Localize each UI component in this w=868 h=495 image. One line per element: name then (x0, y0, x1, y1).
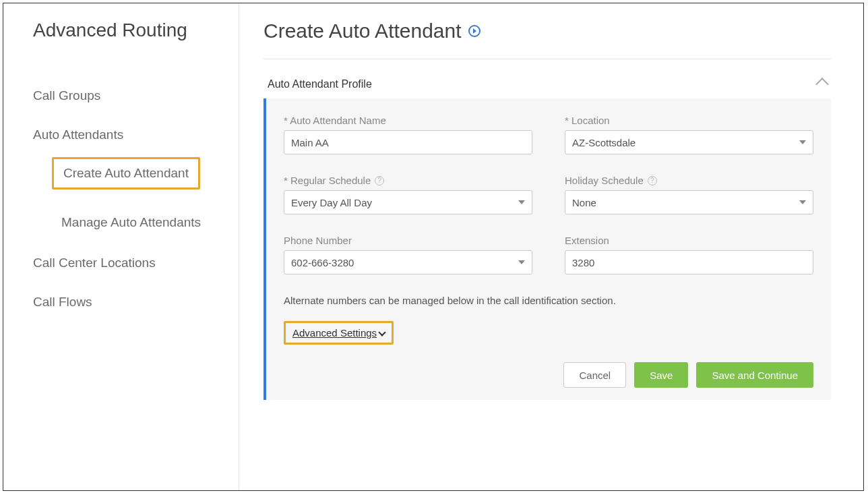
location-select[interactable]: AZ-Scottsdale (565, 130, 813, 154)
sidebar-item-call-flows[interactable]: Call Flows (33, 295, 239, 310)
regular-schedule-label-text: * Regular Schedule (284, 175, 371, 186)
sidebar-subitem-create-auto-attendant[interactable]: Create Auto Attendant (52, 157, 200, 190)
caret-down-icon (518, 200, 525, 204)
name-value: Main AA (291, 137, 329, 148)
phone-select[interactable]: 602-666-3280 (284, 250, 532, 274)
divider (264, 59, 831, 59)
advanced-settings-highlight: Advanced Settings (284, 321, 394, 345)
holiday-schedule-select[interactable]: None (565, 190, 813, 214)
name-label: * Auto Attendant Name (284, 115, 532, 126)
holiday-schedule-label-text: Holiday Schedule (565, 175, 644, 186)
save-and-continue-button[interactable]: Save and Continue (696, 362, 813, 388)
page-title-row: Create Auto Attendant (264, 20, 831, 42)
phone-label: Phone Number (284, 235, 532, 246)
location-value: AZ-Scottsdale (572, 137, 636, 148)
help-icon[interactable]: ? (375, 176, 384, 185)
advanced-settings-text: Advanced Settings (292, 327, 377, 339)
extension-input[interactable]: 3280 (565, 250, 813, 274)
regular-schedule-label: * Regular Schedule ? (284, 175, 532, 186)
play-video-icon[interactable] (468, 25, 480, 37)
advanced-settings-link[interactable]: Advanced Settings (286, 323, 392, 343)
location-label: * Location (565, 115, 813, 126)
save-button[interactable]: Save (634, 362, 688, 388)
chevron-down-icon (378, 328, 385, 336)
phone-value: 602-666-3280 (291, 257, 354, 268)
section-title: Auto Attendant Profile (268, 78, 372, 90)
sidebar-subitem-manage-auto-attendants[interactable]: Manage Auto Attendants (52, 208, 210, 237)
holiday-schedule-label: Holiday Schedule ? (565, 175, 813, 186)
extension-value: 3280 (572, 257, 594, 268)
button-row: Cancel Save Save and Continue (284, 362, 813, 388)
sidebar-item-call-groups[interactable]: Call Groups (33, 88, 239, 103)
help-icon[interactable]: ? (648, 176, 657, 185)
main-content: Create Auto Attendant Auto Attendant Pro… (239, 3, 863, 490)
regular-schedule-value: Every Day All Day (291, 197, 372, 208)
chevron-up-icon (815, 78, 829, 91)
caret-down-icon (799, 140, 806, 144)
caret-down-icon (799, 200, 806, 204)
page-title: Create Auto Attendant (264, 20, 462, 42)
cancel-button[interactable]: Cancel (563, 362, 626, 388)
sidebar-title: Advanced Routing (33, 20, 239, 41)
sidebar-item-auto-attendants[interactable]: Auto Attendants (33, 127, 239, 142)
caret-down-icon (518, 260, 525, 264)
name-input[interactable]: Main AA (284, 130, 532, 154)
regular-schedule-select[interactable]: Every Day All Day (284, 190, 532, 214)
sidebar: Advanced Routing Call Groups Auto Attend… (3, 3, 239, 490)
holiday-schedule-value: None (572, 197, 596, 208)
sidebar-item-call-center-locations[interactable]: Call Center Locations (33, 256, 239, 270)
profile-panel: * Auto Attendant Name Main AA * Location… (264, 98, 831, 400)
extension-label: Extension (565, 235, 813, 246)
section-header[interactable]: Auto Attendant Profile (264, 78, 831, 90)
alternate-numbers-note: Alternate numbers can be managed below i… (284, 295, 813, 306)
